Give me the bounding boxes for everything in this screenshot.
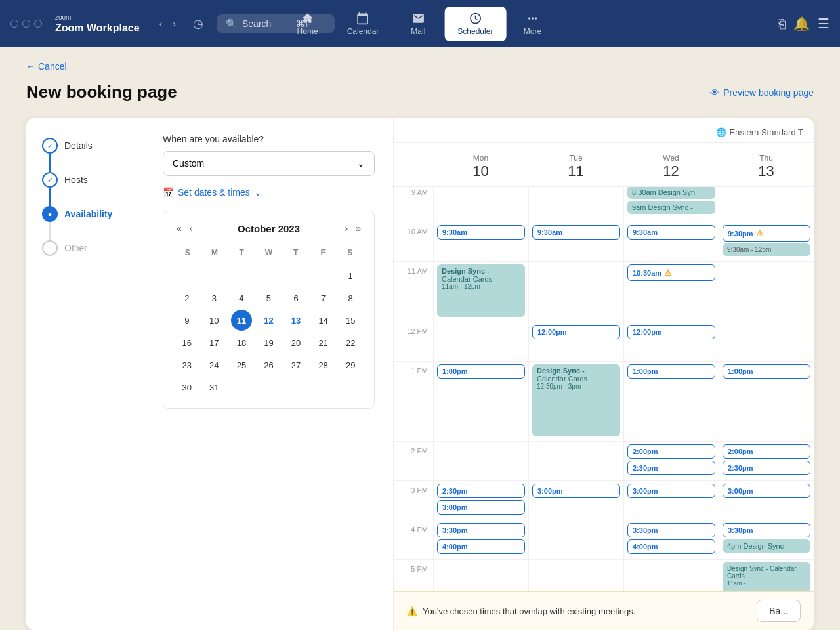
traffic-light-1[interactable] <box>10 20 18 28</box>
event-tue-design-sync[interactable]: Design Sync - Calendar Cards 12:30pm - 3… <box>532 364 620 436</box>
nav-item-more[interactable]: More <box>509 7 556 41</box>
cal-prev-prev-btn[interactable]: « <box>174 222 184 235</box>
event-thu-2:30pm[interactable]: 2:30pm <box>723 461 810 475</box>
slot-thu-3pm: 3:00pm <box>719 481 814 520</box>
cal-day-14[interactable]: 14 <box>313 310 334 331</box>
step-label-details: Details <box>64 140 93 151</box>
cal-day-6[interactable]: 6 <box>285 287 306 308</box>
cal-prev-btn[interactable]: ‹ <box>187 222 196 235</box>
cal-day-29[interactable]: 29 <box>340 354 361 375</box>
notifications-btn[interactable]: 🔔 <box>793 16 810 32</box>
step-hosts[interactable]: ✓ Hosts <box>42 172 128 188</box>
cal-day-1[interactable]: 1 <box>340 265 361 286</box>
cal-day-15[interactable]: 15 <box>340 310 361 331</box>
set-dates-btn[interactable]: 📅 Set dates & times ⌄ <box>163 187 262 198</box>
history-btn[interactable]: ◷ <box>188 14 209 33</box>
event-mon-3pm[interactable]: 3:00pm <box>437 500 525 514</box>
event-wed-10:30am[interactable]: 10:30am⚠ <box>627 264 715 281</box>
event-mon-4pm[interactable]: 4:00pm <box>437 539 525 554</box>
nav-back-btn[interactable]: ‹ <box>156 16 167 32</box>
event-thu-3:30pm[interactable]: 3:30pm <box>723 523 810 537</box>
cal-day-7[interactable]: 7 <box>313 287 334 308</box>
event-thu-3pm[interactable]: 3:00pm <box>723 484 810 498</box>
event-mon-1pm[interactable]: 1:00pm <box>437 364 525 379</box>
cal-day-4[interactable]: 4 <box>231 287 252 308</box>
warning-bar: ⚠️ You've chosen times that overlap with… <box>394 591 814 630</box>
nav-item-mail[interactable]: Mail <box>394 7 442 41</box>
cal-empty-3 <box>231 265 252 286</box>
weekday-w: W <box>255 245 282 260</box>
nav-item-calendar[interactable]: Calendar <box>334 7 392 41</box>
event-wed-3pm[interactable]: 3:00pm <box>627 484 715 498</box>
cal-day-16[interactable]: 16 <box>177 332 198 353</box>
cal-day-2[interactable]: 2 <box>177 287 198 308</box>
cal-day-19[interactable]: 19 <box>258 332 279 353</box>
cal-day-22[interactable]: 22 <box>340 332 361 353</box>
cal-next-btn[interactable]: › <box>343 222 351 235</box>
event-mon-2:30pm[interactable]: 2:30pm <box>437 484 525 498</box>
cal-day-9[interactable]: 9 <box>177 310 198 331</box>
cal-day-24[interactable]: 24 <box>203 354 224 375</box>
cal-day-10[interactable]: 10 <box>203 310 224 331</box>
cal-day-17[interactable]: 17 <box>203 332 224 353</box>
slot-thu-1pm: 1:00pm <box>719 362 814 441</box>
event-wed-9:30am[interactable]: 9:30am <box>627 225 715 240</box>
cal-day-26[interactable]: 26 <box>258 354 279 375</box>
globe-icon: 🌐 <box>716 127 726 137</box>
cal-day-18[interactable]: 18 <box>231 332 252 353</box>
cal-day-3[interactable]: 3 <box>203 287 224 308</box>
event-tue-3pm[interactable]: 3:00pm <box>532 484 620 498</box>
airplay-btn[interactable]: ⎗ <box>778 16 786 32</box>
slot-mon-3pm: 2:30pm 3:00pm <box>433 481 528 520</box>
cal-day-5[interactable]: 5 <box>258 287 279 308</box>
event-wed-8:30am[interactable]: 8:30am Design Syn <box>627 186 715 199</box>
event-wed-9am-sync[interactable]: 9am Design Sync - <box>627 201 715 214</box>
nav-item-home[interactable]: Home <box>284 7 331 41</box>
step-details[interactable]: ✓ Details <box>42 138 128 154</box>
calendar-weekdays: S M T W T F S <box>174 245 364 260</box>
cal-day-23[interactable]: 23 <box>177 354 198 375</box>
event-thu-2pm[interactable]: 2:00pm <box>723 444 810 459</box>
event-wed-2:30pm[interactable]: 2:30pm <box>627 461 715 475</box>
event-wed-4pm[interactable]: 4:00pm <box>627 539 715 554</box>
event-wed-2pm[interactable]: 2:00pm <box>627 444 715 459</box>
time-row-10am: 10 AM 9:30am 9:30am 9:30am 9:30pm⚠ 9:30a… <box>394 222 814 262</box>
event-mon-design-sync[interactable]: Design Sync - Calendar Cards 11am - 12pm <box>437 264 525 317</box>
event-mon-9:30am[interactable]: 9:30am <box>437 225 525 240</box>
cancel-link[interactable]: ← Cancel <box>26 61 67 72</box>
step-other[interactable]: Other <box>42 240 128 256</box>
cal-day-28[interactable]: 28 <box>313 354 334 375</box>
cal-day-20[interactable]: 20 <box>285 332 306 353</box>
event-thu-9:30am-12pm[interactable]: 9:30am - 12pm <box>723 243 810 256</box>
cal-day-8[interactable]: 8 <box>340 287 361 308</box>
cal-day-21[interactable]: 21 <box>313 332 334 353</box>
day-header-mon: Mon 10 <box>433 147 528 186</box>
cal-day-11[interactable]: 11 <box>231 310 252 331</box>
preview-btn[interactable]: 👁 Preview booking page <box>710 87 814 98</box>
cal-day-27[interactable]: 27 <box>285 354 306 375</box>
event-wed-1pm[interactable]: 1:00pm <box>627 364 715 379</box>
cal-next-next-btn[interactable]: » <box>353 222 364 235</box>
nav-item-scheduler[interactable]: Scheduler <box>444 7 506 41</box>
slot-wed-12pm: 12:00pm <box>623 322 719 361</box>
event-wed-12pm[interactable]: 12:00pm <box>627 325 715 339</box>
event-tue-9:30am[interactable]: 9:30am <box>532 225 620 240</box>
cal-day-30[interactable]: 30 <box>177 377 198 398</box>
more-right-btn[interactable]: ☰ <box>818 16 830 32</box>
availability-dropdown[interactable]: Custom ⌄ <box>163 151 375 176</box>
event-thu-4pm-design[interactable]: 4pm Design Sync - <box>723 539 810 553</box>
event-tue-12pm[interactable]: 12:00pm <box>532 325 620 339</box>
event-thu-9:30pm[interactable]: 9:30pm⚠ <box>723 225 810 242</box>
event-thu-1pm[interactable]: 1:00pm <box>723 364 810 379</box>
traffic-light-2[interactable] <box>22 20 30 28</box>
back-button[interactable]: Ba... <box>757 600 801 622</box>
event-mon-3:30pm[interactable]: 3:30pm <box>437 523 525 537</box>
step-availability[interactable]: ● Availability <box>42 206 128 222</box>
cal-day-31[interactable]: 31 <box>203 377 224 398</box>
cal-day-25[interactable]: 25 <box>231 354 252 375</box>
event-wed-3:30pm[interactable]: 3:30pm <box>627 523 715 537</box>
traffic-light-3[interactable] <box>34 20 42 28</box>
cal-day-12[interactable]: 12 <box>258 310 279 331</box>
nav-forward-btn[interactable]: › <box>169 16 180 32</box>
cal-day-13[interactable]: 13 <box>285 310 306 331</box>
